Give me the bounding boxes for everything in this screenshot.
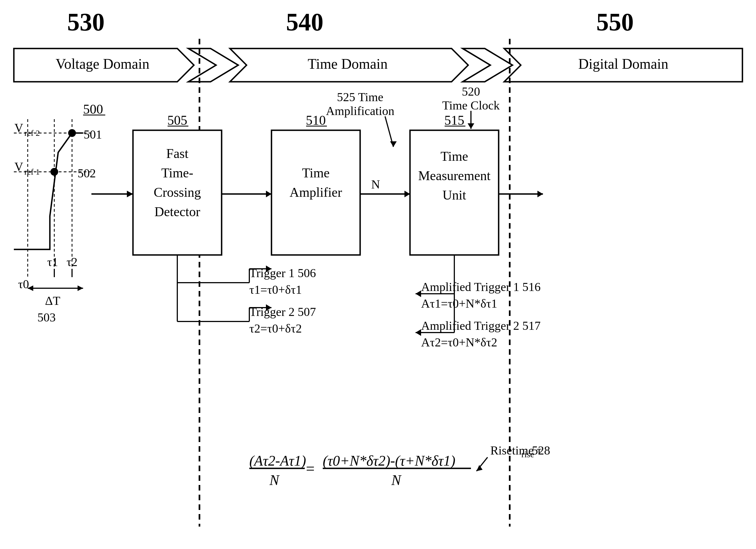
amp-trigger1-eq: Aτ1=τ0+N*δτ1 [421,297,497,311]
main-svg: 530 540 550 Voltage Domain Time Domain D… [0,0,756,549]
tmu-id: 515 [444,113,464,127]
risetime-528: 528 [532,444,550,457]
ftcd-label-1: Fast [166,146,189,161]
risetime-arrow-head [476,465,483,471]
trigger1-label: Trigger 1 506 [249,266,316,280]
tmu-label-3: Unit [442,188,466,202]
eq-rhs-den: N [391,472,402,488]
transition-2-shape [463,48,512,82]
diagram-container: 530 540 550 Voltage Domain Time Domain D… [0,0,756,549]
digital-domain-label: Digital Domain [578,56,668,72]
trigger1-eq: τ1=τ0+δτ1 [249,283,302,297]
ftcd-label-4: Detector [154,204,200,219]
time-clock-label-tc: Time Clock [442,99,499,112]
eq-lhs-den: N [269,472,280,488]
tau0-label: τ0 [18,278,29,291]
trigger2-label: Trigger 2 507 [249,305,316,319]
section-540: 540 [286,8,324,36]
tmu-label-1: Time [440,149,468,163]
tau2-label: τ2 [66,255,78,269]
time-domain-label: Time Domain [308,56,388,72]
time-clock-arrow-head [468,123,474,129]
section-530: 530 [67,8,105,36]
at1-arrow-head [416,291,421,297]
amp-trigger2-label: Amplified Trigger 2 517 [421,319,540,333]
sig-500: 500 [83,102,103,116]
delta-t-arrow-right [78,286,83,291]
section-550: 550 [596,8,634,36]
ta-label-1: Time [302,165,330,180]
ftcd-id: 505 [167,113,187,127]
ftcd-label-3: Crossing [154,185,201,199]
time-amp-label-525: 525 Time [337,90,383,104]
voltage-domain-label: Voltage Domain [56,56,149,72]
arrow-to-ftcd-head [127,191,133,197]
delta-t-label: ΔT [45,294,60,308]
ta-id: 510 [306,113,326,127]
transition-1-shape [188,48,238,82]
time-amp-label-amp: Amplification [326,104,394,118]
arrow-tmu-out-head [537,191,543,197]
tmu-label-2: Measurement [418,168,491,183]
vref2-sub: ref 2 [24,128,40,137]
sig-501: 501 [84,128,102,141]
sig-502: 502 [78,166,96,180]
vref1-sub: ref 1 [24,167,40,176]
vref1-label: V [14,160,23,173]
at2-arrow-head [416,329,421,336]
time-amp-arrow-head [390,141,397,147]
time-clock-label-520: 520 [462,85,480,98]
amp-trigger1-label: Amplified Trigger 1 516 [421,280,540,294]
vref2-label: V [14,121,23,135]
sig-503: 503 [37,311,56,324]
eq-rhs-num: (τ0+N*δτ2)-(τ+N*δτ1) [323,453,455,469]
eq-lhs-num: (Aτ2-Aτ1) [249,453,306,469]
n-label: N [371,178,380,191]
eq-equals: = [306,460,315,477]
arrow-ftcd-to-ta-head [266,191,271,197]
amp-trigger2-eq: Aτ2=τ0+N*δτ2 [421,336,497,349]
tau1-label: τ1 [47,255,58,269]
trigger2-eq: τ2=τ0+δτ2 [249,322,302,335]
signal-waveform [14,133,83,249]
ftcd-label-2: Time- [161,165,193,180]
ta-label-2: Amplifier [289,185,342,199]
arrow-ta-to-tmu-head [404,191,410,197]
